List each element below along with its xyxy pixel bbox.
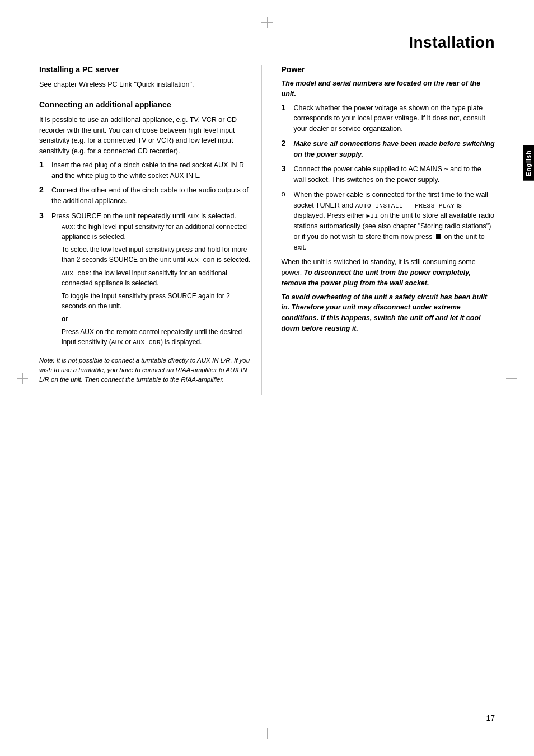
- step-3-toggle-note: To toggle the input sensitivity press SO…: [62, 292, 230, 310]
- page-number: 17: [486, 713, 495, 722]
- section-title-pc: Installing a PC server: [39, 65, 253, 76]
- aux-cdr-label: AUX CDR: [62, 270, 90, 277]
- step-3-or: or: [62, 314, 253, 324]
- standby-text: When the unit is switched to standby, it…: [282, 257, 495, 288]
- step-3-sub2-note: To select the low level input sensitivit…: [62, 246, 250, 264]
- power-subtitle-text: The model and serial numbers are located…: [282, 79, 481, 98]
- step-3-content: Press SOURCE on the unit repeatedly unti…: [51, 211, 253, 350]
- power-step-3-content: Connect the power cable supplied to AC M…: [294, 164, 495, 185]
- step-2-content: Connect the other end of the cinch cable…: [51, 185, 253, 206]
- section-connecting: Connecting an additional appliance It is…: [39, 100, 253, 385]
- step-3: 3 Press SOURCE on the unit repeatedly un…: [39, 211, 253, 350]
- or-label: or: [62, 315, 68, 323]
- page-title: Installation: [39, 34, 495, 55]
- power-step-2-content: Make sure all connections have been made…: [294, 139, 495, 160]
- step-1-content: Insert the red plug of a cinch cable to …: [51, 160, 253, 181]
- power-step-3: 3 Connect the power cable supplied to AC…: [282, 164, 495, 185]
- pc-server-body: See chapter Wireless PC Link "Quick inst…: [39, 79, 253, 90]
- content-area: Installing a PC server See chapter Wirel…: [39, 65, 495, 395]
- power-circle-item: o When the power cable is connected for …: [282, 190, 495, 253]
- section-power: Power The model and serial numbers are l…: [282, 65, 495, 334]
- step-1: 1 Insert the red plug of a cinch cable t…: [39, 160, 253, 181]
- power-step-2: 2 Make sure all connections have been ma…: [282, 139, 495, 160]
- circle-content: When the power cable is connected for th…: [294, 190, 495, 253]
- connecting-note: Note: It is not possible to connect a tu…: [39, 356, 253, 385]
- power-step-1-num: 1: [282, 103, 294, 112]
- step-3-remote-note: Press AUX on the remote control repeated…: [62, 328, 242, 346]
- step-3-sub5: Press AUX on the remote control repeated…: [62, 327, 253, 348]
- step-2: 2 Connect the other end of the cinch cab…: [39, 185, 253, 206]
- square-bullet: [436, 234, 441, 239]
- disconnect-text: To disconnect the unit from the power co…: [282, 269, 471, 287]
- step-3-sub3: AUX CDR: the low level input sensitivity…: [62, 268, 253, 289]
- aux-sub1-text: : the high level input sensitivity for a…: [62, 223, 247, 241]
- power-step-1: 1 Check whether the power voltage as sho…: [282, 103, 495, 134]
- step-1-num: 1: [39, 160, 51, 169]
- left-column: Installing a PC server See chapter Wirel…: [39, 65, 262, 395]
- connecting-body: It is possible to use an additional appl…: [39, 115, 253, 157]
- step-3-sub2: To select the low level input sensitivit…: [62, 245, 253, 265]
- power-step-1-content: Check whether the power voltage as shown…: [294, 103, 495, 134]
- power-step-2-num: 2: [282, 139, 294, 148]
- step-2-num: 2: [39, 185, 51, 194]
- power-title: Power: [282, 65, 495, 76]
- circle-text-part1: When the power cable is connected for th…: [294, 191, 494, 251]
- power-subtitle: The model and serial numbers are located…: [282, 78, 495, 100]
- note-text-content: Note: It is not possible to connect a tu…: [39, 357, 250, 383]
- overheat-text: To avoid overheating of the unit a safet…: [282, 292, 495, 334]
- step-3-sub1: AUX: the high level input sensitivity fo…: [62, 222, 253, 242]
- step-3-num: 3: [39, 211, 51, 220]
- step-3-main: Press SOURCE on the unit repeatedly unti…: [51, 212, 236, 220]
- aux-label: AUX: [62, 224, 73, 231]
- section-title-connecting: Connecting an additional appliance: [39, 100, 253, 111]
- step-3-sub4: To toggle the input sensitivity press SO…: [62, 291, 253, 311]
- right-column: Power The model and serial numbers are l…: [279, 65, 495, 395]
- power-step-3-num: 3: [282, 164, 294, 173]
- section-installing-pc: Installing a PC server See chapter Wirel…: [39, 65, 253, 90]
- circle-symbol: o: [282, 190, 294, 198]
